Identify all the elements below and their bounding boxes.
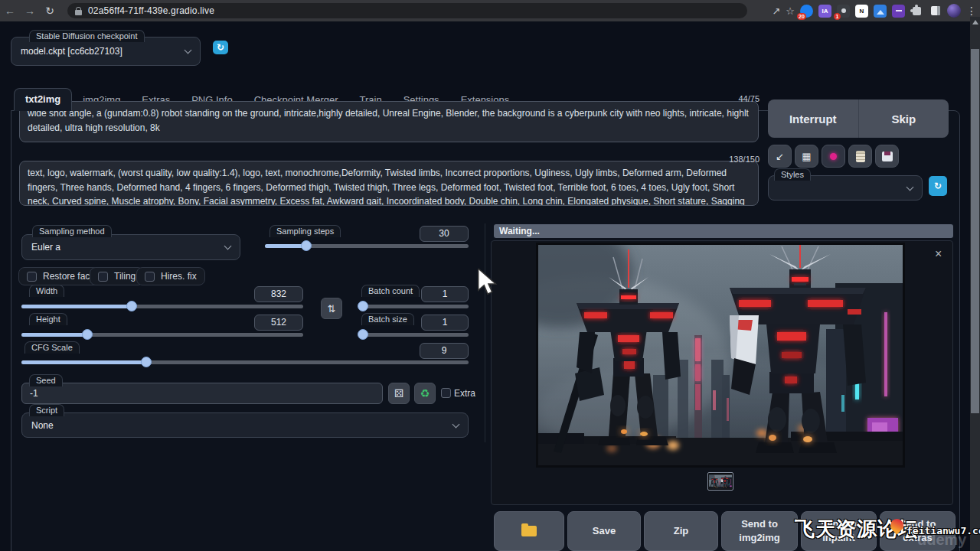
prompt-textarea[interactable]: wide shot angle, a (gundam:0.8) robot st… [19,101,759,142]
scrollbar-up-arrow[interactable] [972,20,978,24]
scrollbar-thumb[interactable] [971,49,979,413]
styles-label: Styles [774,168,811,181]
close-icon[interactable]: × [935,247,942,261]
progress-status: Waiting... [494,224,953,238]
generate-actions: Interrupt Skip [768,99,949,138]
checkpoint-refresh-button[interactable]: ↻ [213,41,228,54]
back-icon[interactable]: ← [0,5,20,17]
open-folder-button[interactable] [494,511,564,551]
sampling-steps-label: Sampling steps [270,225,341,237]
styles-refresh-button[interactable]: ↻ [929,176,947,196]
height-slider-handle[interactable] [82,329,93,340]
negative-prompt-textarea[interactable]: text, logo, watermark, (worst quality, l… [19,161,759,206]
watermark-domain: feitianwu7.com [906,525,980,536]
extension-blue-icon[interactable]: 20 [800,5,813,18]
mouse-cursor [478,269,498,296]
prompt-token-counter: 44/75 [712,94,760,103]
chevron-down-icon [185,47,192,54]
folder-icon [521,526,537,536]
reload-icon[interactable]: ↻ [40,5,60,17]
batch-count-slider-handle[interactable] [358,301,368,311]
gallery-thumbnail[interactable] [707,472,733,491]
floppy-disk-icon [882,152,893,161]
batch-count-label: Batch count [361,285,420,297]
extension-notion-icon[interactable]: N [855,5,868,18]
sampling-steps-slider-handle[interactable] [301,240,312,251]
recycle-icon: ♻ [420,387,430,399]
browser-toolbar: ← → ↻ 02a56ff4-71ff-439e.gradio.live ↗ ☆… [0,0,980,21]
extension-image-icon[interactable] [874,5,887,18]
url-bar[interactable]: 02a56ff4-71ff-439e.gradio.live [67,3,747,18]
checkbox-icon [27,272,37,282]
seed-label: Seed [29,374,63,386]
forward-icon[interactable]: → [20,5,40,17]
tiling-label: Tiling [114,271,136,282]
batch-size-slider-handle[interactable] [358,329,368,340]
chevron-down-icon [224,243,232,250]
seed-extra-label: Extra [454,388,475,399]
width-input[interactable]: 832 [254,286,303,302]
zip-button[interactable]: Zip [644,511,718,551]
url-text[interactable]: 02a56ff4-71ff-439e.gradio.live [88,5,214,16]
sampling-method-dropdown[interactable]: Euler a [21,234,240,260]
extension-ia-icon[interactable]: IA [818,5,831,18]
hires-fix-label: Hires. fix [161,271,197,282]
seed-extra-checkbox[interactable] [441,388,451,398]
paste-params-button[interactable]: ↙ [768,145,792,168]
batch-size-input[interactable]: 1 [421,315,469,331]
seed-input[interactable]: -1 [21,383,383,404]
script-dropdown[interactable]: None [21,412,469,438]
tab-txt2img[interactable]: txt2img [14,88,72,111]
extension-camera-icon[interactable]: 1 [837,5,850,18]
checkbox-icon [145,272,155,282]
width-label: Width [29,285,64,297]
sampling-steps-input[interactable]: 30 [420,226,469,242]
send-to-img2img-button[interactable]: Send to img2img [721,511,798,551]
cfg-scale-slider-handle[interactable] [141,357,152,367]
batch-size-slider[interactable] [358,333,469,337]
interrupt-button[interactable]: Interrupt [768,99,858,138]
bookmark-star-icon[interactable]: ☆ [786,5,795,17]
arrow-down-left-icon: ↙ [776,151,784,162]
chevron-down-icon [906,183,914,191]
toolbar-extensions: ↗ ☆ 20 IA 1 N [772,0,977,21]
dice-icon: ⚄ [394,387,403,399]
generated-image[interactable] [536,243,905,468]
sampling-method-label: Sampling method [32,225,112,237]
reuse-seed-button[interactable]: ♻ [414,383,436,404]
batch-count-slider[interactable] [358,305,469,308]
clipboard-icon [856,151,865,162]
profile-avatar[interactable] [947,4,961,18]
card-dot-icon [830,153,837,160]
cfg-scale-label: CFG Scale [24,341,80,354]
extension-onenote-icon[interactable] [892,5,905,18]
negative-token-counter: 138/150 [704,155,760,164]
refresh-icon: ↻ [217,42,224,53]
puzzle-extensions-icon[interactable] [910,5,923,18]
batch-count-input[interactable]: 1 [421,286,469,302]
kebab-menu-icon[interactable]: ⋮ [966,5,977,17]
save-style-button[interactable] [875,145,899,168]
extra-networks-button[interactable] [822,145,845,168]
random-seed-button[interactable]: ⚄ [388,383,410,404]
extension-badge: 20 [797,13,806,20]
height-input[interactable]: 512 [254,315,303,331]
apply-styles-button[interactable] [848,145,872,168]
share-icon[interactable]: ↗ [772,5,780,17]
cfg-scale-input[interactable]: 9 [420,343,469,359]
skip-button[interactable]: Skip [859,99,949,138]
app-root: ← → ↻ 02a56ff4-71ff-439e.gradio.live ↗ ☆… [0,0,980,551]
hires-fix-checkbox[interactable]: Hires. fix [136,267,205,285]
width-slider-handle[interactable] [126,301,137,311]
checkbox-icon [98,272,108,282]
clear-prompt-button[interactable]: ▦ [795,145,818,168]
chevron-down-icon [452,420,460,428]
swap-icon: ⇅ [328,303,336,315]
refresh-icon: ↻ [934,181,942,191]
checkpoint-value: model.ckpt [cc6cb27103] [21,46,122,57]
sidebar-toggle-icon[interactable] [929,5,942,18]
grid-trash-icon: ▦ [802,151,811,162]
save-button[interactable]: Save [567,511,641,551]
script-value: None [31,420,54,431]
swap-dimensions-button[interactable]: ⇅ [321,298,342,319]
